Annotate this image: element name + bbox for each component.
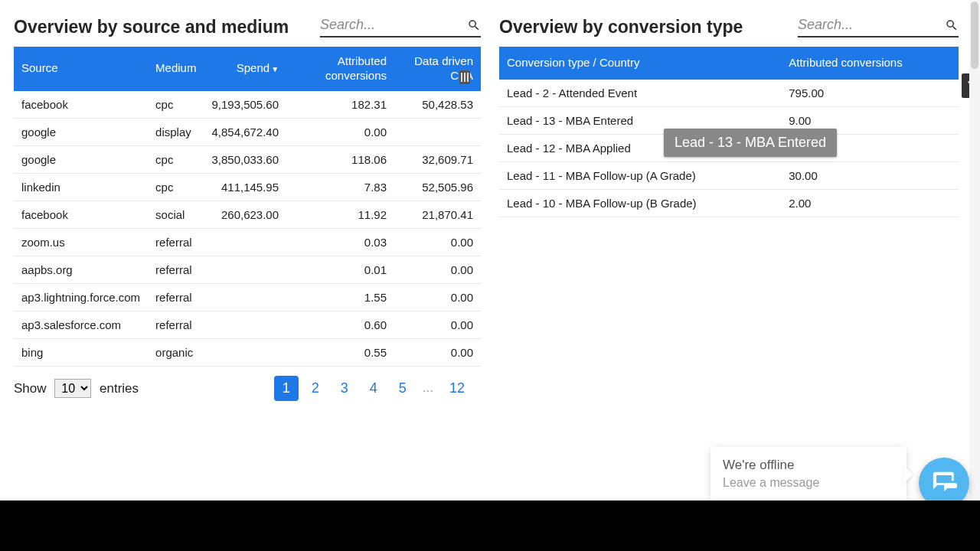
page-1[interactable]: 1 [274, 376, 299, 401]
cell-attributed: 0.55 [286, 338, 394, 366]
cell-type: Lead - 13 - MBA Entered [499, 106, 781, 134]
cell-cpa: 50,428.53 [394, 91, 481, 119]
cell-source: google [14, 118, 148, 145]
cell-medium: display [148, 118, 204, 145]
cell-medium: cpc [148, 173, 204, 201]
col-attributed[interactable]: Attributed conversions [286, 47, 394, 91]
cell-source: facebook [14, 91, 148, 119]
cell-medium: referral [148, 256, 204, 283]
cell-source: ap3.lightning.force.com [14, 283, 148, 311]
cell-attributed: 0.60 [286, 311, 394, 338]
cell-attributed: 16.00 [781, 134, 959, 161]
search-icon[interactable] [945, 18, 959, 33]
cell-spend: 260,623.00 [204, 201, 286, 228]
cell-medium: referral [148, 228, 204, 256]
cell-cpa: 32,609.71 [394, 145, 481, 173]
panel-title-right: Overview by conversion type [499, 17, 743, 37]
chat-popup-tail [903, 465, 913, 484]
cell-type: Lead - 12 - MBA Applied [499, 134, 781, 161]
page-3[interactable]: 3 [332, 376, 357, 401]
cell-medium: organic [148, 338, 204, 366]
table-conversion-type: Conversion type / Country Attributed con… [499, 47, 959, 217]
cell-cpa: 0.00 [394, 311, 481, 338]
table-row[interactable]: facebooksocial260,623.0011.9221,870.41 [14, 201, 481, 228]
cell-cpa [394, 118, 481, 145]
page-4[interactable]: 4 [361, 376, 386, 401]
scrollbar-vertical[interactable] [969, 0, 980, 500]
chat-popup[interactable]: We're offline Leave a message [710, 447, 906, 500]
pagination-dots: ... [420, 380, 436, 396]
cell-medium: social [148, 201, 204, 228]
cell-medium: cpc [148, 91, 204, 119]
chat-status: We're offline [723, 458, 894, 473]
panel-title-left: Overview by source and medium [14, 17, 289, 37]
table-row[interactable]: linkedincpc411,145.957.8352,505.96 [14, 173, 481, 201]
cell-attributed: 118.06 [286, 145, 394, 173]
table-row[interactable]: ap3.salesforce.comreferral0.600.00 [14, 311, 481, 338]
search-input-right[interactable] [798, 14, 945, 36]
search-input-left[interactable] [320, 14, 467, 36]
cell-attributed: 795.00 [781, 80, 959, 107]
cell-spend [204, 338, 286, 366]
page-5[interactable]: 5 [390, 376, 415, 401]
table-row[interactable]: aapbs.orgreferral0.010.00 [14, 256, 481, 283]
entries-select[interactable]: 10 [54, 379, 91, 398]
cell-spend [204, 311, 286, 338]
table-row[interactable]: Lead - 11 - MBA Follow-up (A Grade)30.00 [499, 161, 959, 189]
cell-medium: referral [148, 311, 204, 338]
cell-spend [204, 228, 286, 256]
table-row[interactable]: googlecpc3,850,033.60118.0632,609.71 [14, 145, 481, 173]
col-source[interactable]: Source [14, 47, 148, 91]
column-resize-handle[interactable] [459, 70, 470, 84]
table-row[interactable]: googledisplay4,854,672.400.00 [14, 118, 481, 145]
panel-conversion-type: Overview by conversion type Conversion t… [499, 14, 959, 401]
cell-cpa: 52,505.96 [394, 173, 481, 201]
bottom-bar [0, 500, 980, 551]
pagination: 12345...12 [274, 376, 473, 401]
cell-cpa: 0.00 [394, 228, 481, 256]
cell-source: google [14, 145, 148, 173]
cell-spend: 411,145.95 [204, 173, 286, 201]
page-12[interactable]: 12 [441, 376, 473, 401]
table-source-medium: Source Medium Spend▼ Attributed conversi… [14, 47, 481, 367]
search-right[interactable] [798, 14, 959, 37]
cell-attributed: 30.00 [781, 161, 959, 189]
cell-cpa: 0.00 [394, 338, 481, 366]
table-row[interactable]: ap3.lightning.force.comreferral1.550.00 [14, 283, 481, 311]
cell-medium: cpc [148, 145, 204, 173]
table-row[interactable]: facebookcpc9,193,505.60182.3150,428.53 [14, 91, 481, 119]
cell-attributed: 0.03 [286, 228, 394, 256]
cell-spend: 9,193,505.60 [204, 91, 286, 119]
cell-attributed: 0.00 [286, 118, 394, 145]
cell-type: Lead - 2 - Attended Event [499, 80, 781, 107]
cell-cpa: 0.00 [394, 256, 481, 283]
col-conversion-type[interactable]: Conversion type / Country [499, 47, 781, 80]
cell-spend [204, 283, 286, 311]
cell-attributed: 1.55 [286, 283, 394, 311]
cell-spend: 3,850,033.60 [204, 145, 286, 173]
table-row[interactable]: Lead - 12 - MBA Applied16.00 [499, 134, 959, 161]
page-2[interactable]: 2 [303, 376, 328, 401]
cell-attributed: 9.00 [781, 106, 959, 134]
show-entries: Show 10 entries [14, 379, 139, 398]
table-row[interactable]: zoom.usreferral0.030.00 [14, 228, 481, 256]
search-icon[interactable] [467, 18, 481, 33]
cell-source: ap3.salesforce.com [14, 311, 148, 338]
cell-spend: 4,854,672.40 [204, 118, 286, 145]
cell-source: bing [14, 338, 148, 366]
cell-spend [204, 256, 286, 283]
cell-attributed: 7.83 [286, 173, 394, 201]
cell-source: aapbs.org [14, 256, 148, 283]
cell-type: Lead - 11 - MBA Follow-up (A Grade) [499, 161, 781, 189]
col-medium[interactable]: Medium [148, 47, 204, 91]
col-spend[interactable]: Spend▼ [204, 47, 286, 91]
table-row[interactable]: Lead - 10 - MBA Follow-up (B Grade)2.00 [499, 189, 959, 217]
scrollbar-thumb[interactable] [971, 2, 978, 69]
col-right-attributed[interactable]: Attributed conversions [781, 47, 959, 80]
cell-cpa: 0.00 [394, 283, 481, 311]
table-row[interactable]: Lead - 2 - Attended Event795.00 [499, 80, 959, 107]
search-left[interactable] [320, 14, 481, 37]
cell-attributed: 11.92 [286, 201, 394, 228]
table-row[interactable]: Lead - 13 - MBA Entered9.00 [499, 106, 959, 134]
table-row[interactable]: bingorganic0.550.00 [14, 338, 481, 366]
